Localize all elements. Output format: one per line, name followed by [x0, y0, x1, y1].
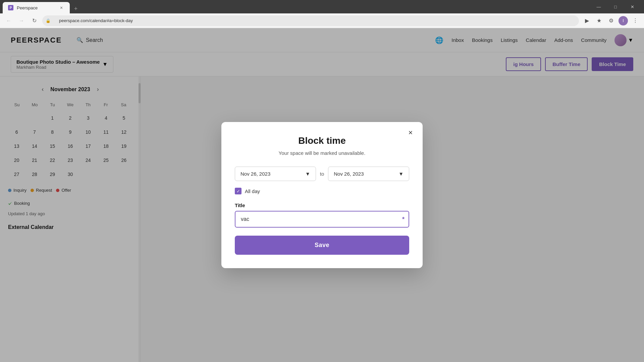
minimize-button[interactable]: —	[591, 0, 606, 13]
profile-icon[interactable]: I	[619, 16, 628, 25]
title-field-label: Title	[235, 202, 409, 208]
tab-title: Peerspace	[17, 5, 55, 10]
tab-close-button[interactable]: ×	[58, 5, 64, 11]
close-window-button[interactable]: ✕	[625, 0, 640, 13]
allday-row: ✓ All day	[235, 188, 409, 194]
title-section: Title *	[235, 202, 409, 228]
modal-subtitle: Your space will be marked unavailable.	[235, 150, 409, 156]
reload-button[interactable]: ↻	[30, 16, 39, 25]
new-tab-button[interactable]: +	[71, 4, 80, 13]
title-input-wrapper: *	[235, 211, 409, 228]
date-range-row: Nov 26, 2023 ▼ to Nov 26, 2023 ▼	[235, 167, 409, 181]
lock-icon: 🔒	[46, 18, 51, 23]
modal-title: Block time	[235, 135, 409, 146]
to-date-chevron-icon: ▼	[398, 171, 404, 177]
forward-button[interactable]: →	[17, 16, 26, 25]
from-date-chevron-icon: ▼	[305, 171, 310, 177]
bookmark-icon[interactable]: ★	[594, 16, 604, 25]
cast-icon[interactable]: ▶	[582, 16, 592, 25]
allday-label[interactable]: All day	[245, 188, 260, 194]
modal-close-button[interactable]: ×	[405, 127, 416, 138]
browser-tab[interactable]: P Peerspace ×	[3, 2, 70, 13]
restore-button[interactable]: □	[608, 0, 623, 13]
from-date-picker[interactable]: Nov 26, 2023 ▼	[235, 167, 316, 181]
to-date-value: Nov 26, 2023	[334, 171, 364, 177]
date-to-label: to	[320, 171, 324, 177]
url-bar[interactable]: 🔒 peerspace.com/calendar#a=block-day	[42, 15, 579, 26]
extensions-icon[interactable]: ⚙	[606, 16, 616, 25]
menu-button[interactable]: ⋮	[631, 16, 640, 25]
to-date-picker[interactable]: Nov 26, 2023 ▼	[328, 167, 409, 181]
modal-overlay[interactable]: × Block time Your space will be marked u…	[0, 28, 644, 362]
save-button[interactable]: Save	[235, 236, 409, 255]
tab-favicon: P	[8, 5, 13, 10]
from-date-value: Nov 26, 2023	[240, 171, 270, 177]
required-asterisk: *	[402, 216, 405, 223]
allday-checkbox[interactable]: ✓	[235, 188, 241, 194]
title-input[interactable]	[235, 211, 409, 228]
back-button[interactable]: ←	[4, 16, 13, 25]
block-time-modal: × Block time Your space will be marked u…	[221, 122, 423, 268]
url-text: peerspace.com/calendar#a=block-day	[59, 18, 133, 23]
